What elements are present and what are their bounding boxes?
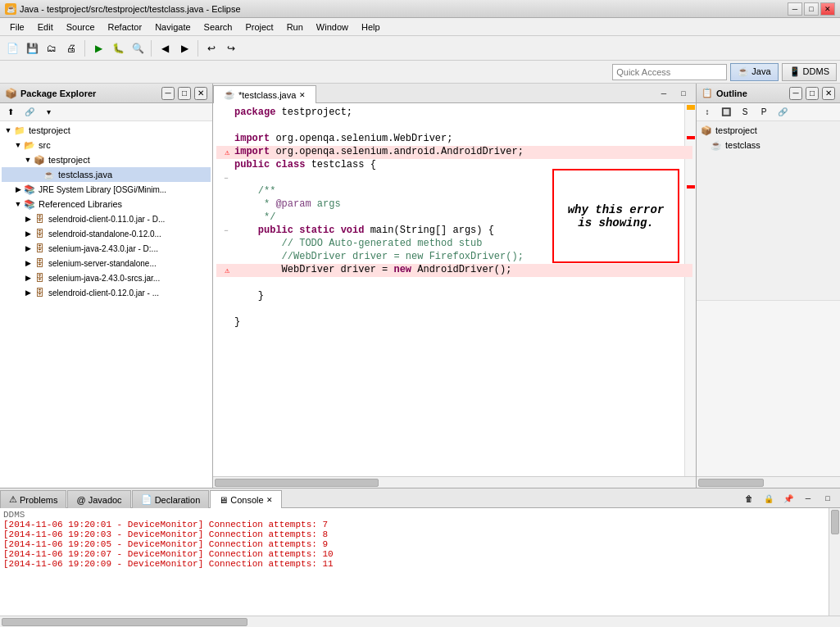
menu-edit[interactable]: Edit — [31, 20, 60, 34]
console-scroll-lock[interactable]: 🔒 — [760, 489, 778, 507]
tab-console[interactable]: 🖥 Console ✕ — [210, 490, 281, 508]
save-button[interactable]: 💾 — [23, 39, 41, 57]
menu-run[interactable]: Run — [280, 20, 310, 34]
maximize-button[interactable]: □ — [804, 2, 819, 16]
debug-button[interactable]: 🐛 — [109, 39, 127, 57]
editor-hscrollbar[interactable] — [213, 476, 696, 488]
outline-hide-static[interactable]: S — [736, 103, 754, 121]
arrow-reflibs[interactable]: ▼ — [13, 200, 23, 208]
arrow-package[interactable]: ▼ — [23, 156, 33, 164]
editor-maximize[interactable]: □ — [674, 84, 692, 102]
outline-hide-fields[interactable]: 🔲 — [717, 103, 735, 121]
redo-button[interactable]: ↪ — [222, 39, 240, 57]
run-button[interactable]: ▶ — [89, 39, 107, 57]
menu-refactor[interactable]: Refactor — [102, 20, 149, 34]
outline-sync-editor[interactable]: 🔗 — [774, 103, 792, 121]
code-editor[interactable]: package testproject; import org.openqa.s… — [213, 103, 696, 476]
tree-item-jar2[interactable]: ▶ 🗄 selendroid-standalone-0.12.0... — [2, 226, 211, 241]
editor-content[interactable]: package testproject; import org.openqa.s… — [213, 103, 696, 476]
tree-item-jre[interactable]: ▶ 📚 JRE System Library [OSGi/Minim... — [2, 182, 211, 197]
console-vscrollbar-thumb[interactable] — [831, 510, 839, 534]
editor-panel: ☕ *testclass.java ✕ ─ □ — [213, 84, 697, 488]
outline-hscrollbar[interactable] — [697, 476, 840, 488]
tab-javadoc[interactable]: @ Javadoc — [67, 490, 130, 508]
console-vscrollbar[interactable] — [829, 508, 840, 616]
collapse-10[interactable]: − — [224, 227, 228, 235]
console-hscrollbar-thumb[interactable] — [2, 618, 247, 626]
menu-source[interactable]: Source — [60, 20, 102, 34]
menu-navigate[interactable]: Navigate — [148, 20, 197, 34]
package-explorer-close[interactable]: ✕ — [194, 87, 207, 100]
editor-tab-close-button[interactable]: ✕ — [299, 91, 306, 99]
editor-hscrollbar-thumb[interactable] — [215, 479, 379, 487]
tree-item-jar5[interactable]: ▶ 🗄 selenium-java-2.43.0-srcs.jar... — [2, 270, 211, 285]
tree-item-jar4[interactable]: ▶ 🗄 selenium-server-standalone... — [2, 256, 211, 270]
editor-minimize[interactable]: ─ — [655, 84, 673, 102]
back-button[interactable]: ◀ — [156, 39, 174, 57]
tree-item-jar6[interactable]: ▶ 🗄 selendroid-client-0.12.0.jar - ... — [2, 285, 211, 300]
console-clear[interactable]: 🗑 — [740, 489, 758, 507]
arrow-jar6[interactable]: ▶ — [23, 289, 33, 297]
tree-item-testclass[interactable]: ☕ testclass.java — [2, 167, 211, 182]
save-all-button[interactable]: 🗂 — [43, 39, 61, 57]
tab-controls: ─ □ — [652, 84, 696, 102]
arrow-jar3[interactable]: ▶ — [23, 244, 33, 252]
outline-hide-nonpublic[interactable]: P — [755, 103, 773, 121]
quick-access-input[interactable] — [612, 64, 727, 80]
arrow-jar2[interactable]: ▶ — [23, 229, 33, 238]
link-editor-button[interactable]: 🔗 — [20, 103, 39, 121]
window-controls[interactable]: ─ □ ✕ — [788, 2, 835, 16]
ddms-perspective-button[interactable]: 📱 DDMS — [782, 63, 837, 81]
menu-search[interactable]: Search — [198, 20, 239, 34]
console-pin[interactable]: 📌 — [779, 489, 797, 507]
new-button[interactable]: 📄 — [3, 39, 21, 57]
menu-help[interactable]: Help — [355, 20, 387, 34]
package-explorer-panel: 📦 Package Explorer ─ □ ✕ ⬆ 🔗 ▾ ▼ 📁 testp… — [0, 84, 213, 488]
tree-item-jar1[interactable]: ▶ 🗄 selendroid-client-0.11.0.jar - D... — [2, 211, 211, 226]
code-line-13: ⚠ WebDriver driver = new AndroidDriver()… — [216, 264, 692, 277]
arrow-root[interactable]: ▼ — [3, 126, 13, 134]
tree-item-root[interactable]: ▼ 📁 testproject — [2, 123, 211, 138]
package-explorer-maximize[interactable]: □ — [178, 87, 191, 100]
outline-sort[interactable]: ↕ — [698, 103, 716, 121]
arrow-jre[interactable]: ▶ — [13, 185, 23, 193]
console-hscrollbar[interactable] — [0, 616, 840, 627]
close-button[interactable]: ✕ — [820, 2, 835, 16]
bottom-minimize[interactable]: ─ — [799, 489, 817, 507]
collapse-6[interactable]: − — [224, 175, 228, 183]
tab-declaration[interactable]: 📄 Declaration — [132, 490, 210, 508]
minimize-button[interactable]: ─ — [788, 2, 802, 16]
outline-hscrollbar-thumb[interactable] — [698, 479, 764, 487]
package-explorer-minimize[interactable]: ─ — [161, 87, 175, 100]
outline-maximize[interactable]: □ — [806, 87, 819, 100]
collapse-all-button[interactable]: ⬆ — [2, 103, 20, 121]
arrow-jar5[interactable]: ▶ — [23, 274, 33, 282]
arrow-src[interactable]: ▼ — [13, 141, 23, 149]
console-close[interactable]: ✕ — [266, 496, 273, 504]
print-button[interactable]: 🖨 — [62, 39, 80, 57]
java-perspective-button[interactable]: ☕ Java — [730, 63, 778, 81]
search-btn[interactable]: 🔍 — [129, 39, 147, 57]
outline-close[interactable]: ✕ — [822, 87, 835, 100]
tab-problems[interactable]: ⚠ Problems — [0, 490, 66, 508]
outline-item-testproject[interactable]: 📦 testproject — [698, 123, 838, 138]
menu-window[interactable]: Window — [310, 20, 355, 34]
outline-minimize[interactable]: ─ — [789, 87, 802, 100]
tree-item-reflibs[interactable]: ▼ 📚 Referenced Libraries — [2, 197, 211, 211]
outline-item-testclass[interactable]: ☕ testclass — [698, 138, 838, 152]
tree-item-jar3[interactable]: ▶ 🗄 selenium-java-2.43.0.jar - D:... — [2, 241, 211, 256]
editor-tab-testclass[interactable]: ☕ *testclass.java ✕ — [213, 85, 316, 103]
arrow-jar1[interactable]: ▶ — [23, 215, 33, 223]
console-output[interactable]: DDMS [2014-11-06 19:20:01 - DeviceMonito… — [0, 508, 829, 616]
tree-item-src[interactable]: ▼ 📂 src — [2, 138, 211, 152]
forward-button[interactable]: ▶ — [175, 39, 193, 57]
menu-file[interactable]: File — [3, 20, 31, 34]
error-icon-13: ⚠ — [225, 266, 229, 275]
arrow-jar4[interactable]: ▶ — [23, 259, 33, 267]
tree-item-package[interactable]: ▼ 📦 testproject — [2, 152, 211, 167]
view-menu-button[interactable]: ▾ — [39, 103, 57, 121]
undo-button[interactable]: ↩ — [202, 39, 220, 57]
line-marker-1 — [220, 107, 234, 120]
menu-project[interactable]: Project — [238, 20, 279, 34]
bottom-maximize[interactable]: □ — [819, 489, 837, 507]
